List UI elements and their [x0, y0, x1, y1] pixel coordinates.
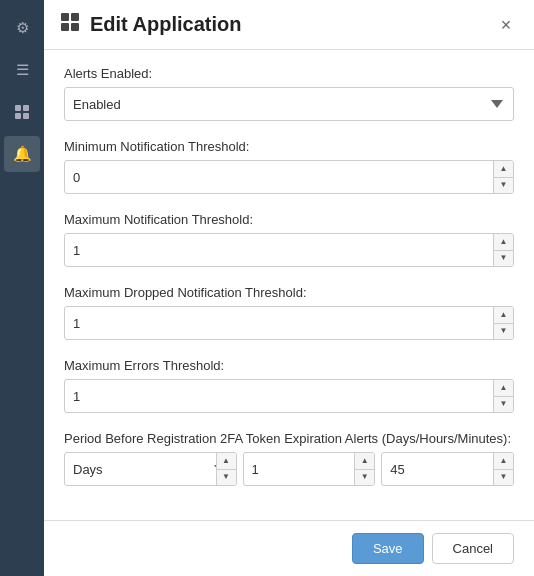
min-notification-up[interactable]: ▲	[494, 161, 513, 178]
svg-rect-5	[71, 13, 79, 21]
period-value1-down[interactable]: ▼	[355, 470, 374, 486]
period-value2-down[interactable]: ▼	[494, 470, 513, 486]
form-content: Alerts Enabled: Enabled Disabled Minimum…	[44, 50, 534, 520]
period-row: Days Hours Minutes ▲ ▼ ▲	[64, 452, 514, 486]
dialog-footer: Save Cancel	[44, 520, 534, 576]
sidebar-icon-list[interactable]: ☰	[4, 52, 40, 88]
period-value1-spinner: ▲ ▼	[354, 453, 374, 485]
period-group: Period Before Registration 2FA Token Exp…	[64, 431, 514, 486]
svg-rect-0	[15, 105, 21, 111]
period-value2-wrapper: ▲ ▼	[381, 452, 514, 486]
sidebar-icon-bell[interactable]: 🔔	[4, 136, 40, 172]
min-notification-group: Minimum Notification Threshold: ▲ ▼	[64, 139, 514, 194]
max-dropped-wrapper: ▲ ▼	[64, 306, 514, 340]
save-button[interactable]: Save	[352, 533, 424, 564]
main-panel: Edit Application × Alerts Enabled: Enabl…	[44, 0, 534, 576]
close-button[interactable]: ×	[494, 13, 518, 37]
app-icon	[60, 12, 80, 37]
period-unit-wrapper: Days Hours Minutes ▲ ▼	[64, 452, 237, 486]
min-notification-spinner: ▲ ▼	[493, 161, 513, 193]
max-errors-label: Maximum Errors Threshold:	[64, 358, 514, 373]
max-notification-up[interactable]: ▲	[494, 234, 513, 251]
alerts-enabled-group: Alerts Enabled: Enabled Disabled	[64, 66, 514, 121]
max-notification-label: Maximum Notification Threshold:	[64, 212, 514, 227]
max-notification-down[interactable]: ▼	[494, 251, 513, 267]
min-notification-down[interactable]: ▼	[494, 178, 513, 194]
max-errors-down[interactable]: ▼	[494, 397, 513, 413]
period-unit-spinner: ▲ ▼	[216, 453, 236, 485]
max-dropped-down[interactable]: ▼	[494, 324, 513, 340]
max-notification-spinner: ▲ ▼	[493, 234, 513, 266]
alerts-enabled-label: Alerts Enabled:	[64, 66, 514, 81]
sidebar: ⚙ ☰ 🔔	[0, 0, 44, 576]
max-notification-group: Maximum Notification Threshold: ▲ ▼	[64, 212, 514, 267]
period-value1-up[interactable]: ▲	[355, 453, 374, 470]
max-dropped-input[interactable]	[64, 306, 514, 340]
svg-rect-6	[61, 23, 69, 31]
max-dropped-label: Maximum Dropped Notification Threshold:	[64, 285, 514, 300]
dialog-title: Edit Application	[90, 13, 241, 36]
period-value2-up[interactable]: ▲	[494, 453, 513, 470]
svg-rect-4	[61, 13, 69, 21]
min-notification-wrapper: ▲ ▼	[64, 160, 514, 194]
svg-rect-2	[15, 113, 21, 119]
max-notification-wrapper: ▲ ▼	[64, 233, 514, 267]
dialog-header: Edit Application ×	[44, 0, 534, 50]
alerts-enabled-select[interactable]: Enabled Disabled	[64, 87, 514, 121]
max-errors-spinner: ▲ ▼	[493, 380, 513, 412]
sidebar-icon-feed[interactable]	[4, 94, 40, 130]
period-value2-spinner: ▲ ▼	[493, 453, 513, 485]
max-errors-input[interactable]	[64, 379, 514, 413]
period-unit-down[interactable]: ▼	[217, 470, 236, 486]
max-errors-wrapper: ▲ ▼	[64, 379, 514, 413]
max-dropped-up[interactable]: ▲	[494, 307, 513, 324]
period-unit-select[interactable]: Days Hours Minutes	[64, 452, 237, 486]
max-dropped-group: Maximum Dropped Notification Threshold: …	[64, 285, 514, 340]
max-dropped-spinner: ▲ ▼	[493, 307, 513, 339]
dialog-title-group: Edit Application	[60, 12, 241, 37]
cancel-button[interactable]: Cancel	[432, 533, 514, 564]
max-errors-group: Maximum Errors Threshold: ▲ ▼	[64, 358, 514, 413]
svg-rect-3	[23, 113, 29, 119]
max-errors-up[interactable]: ▲	[494, 380, 513, 397]
min-notification-input[interactable]	[64, 160, 514, 194]
min-notification-label: Minimum Notification Threshold:	[64, 139, 514, 154]
edit-application-window: ⚙ ☰ 🔔	[0, 0, 534, 576]
sidebar-icon-settings[interactable]: ⚙	[4, 10, 40, 46]
period-value1-wrapper: ▲ ▼	[243, 452, 376, 486]
period-label: Period Before Registration 2FA Token Exp…	[64, 431, 514, 446]
svg-rect-1	[23, 105, 29, 111]
svg-rect-7	[71, 23, 79, 31]
max-notification-input[interactable]	[64, 233, 514, 267]
period-unit-up[interactable]: ▲	[217, 453, 236, 470]
